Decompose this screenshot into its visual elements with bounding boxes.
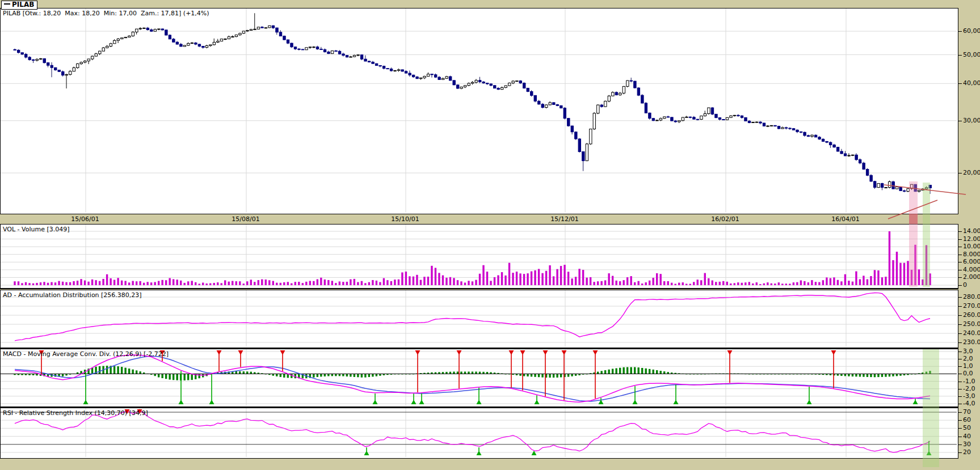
volume-bar: [99, 281, 100, 285]
histogram-bar: [346, 374, 348, 376]
candle: [531, 91, 533, 95]
y-axis-label: 12.000: [963, 235, 980, 243]
y-axis-tick: [958, 420, 962, 421]
volume-chart[interactable]: [1, 225, 957, 287]
volume-bar: [556, 269, 558, 285]
sell-arrow-icon: [457, 350, 462, 355]
candle: [357, 55, 359, 56]
date-label: 15/06/01: [71, 215, 99, 223]
histogram-bar: [173, 374, 174, 380]
volume-bar: [449, 277, 451, 285]
y-axis-tick: [958, 428, 962, 429]
candle: [36, 59, 38, 60]
candle: [796, 130, 798, 132]
candle: [671, 117, 673, 121]
volume-bar: [280, 283, 281, 285]
candle: [512, 81, 514, 83]
price-chart[interactable]: [1, 9, 957, 213]
candle: [209, 45, 212, 46]
candle: [549, 103, 551, 105]
rsi-line: [15, 410, 930, 452]
buy-arrow-icon: [532, 451, 537, 455]
histogram-bar: [364, 374, 366, 377]
volume-bar: [608, 273, 609, 285]
volume-bar: [593, 282, 595, 285]
candle: [708, 108, 710, 113]
candle: [792, 129, 794, 130]
volume-bar: [590, 277, 591, 285]
volume-bar: [246, 281, 248, 285]
buy-arrow-icon: [927, 451, 932, 455]
candle: [777, 126, 780, 128]
histogram-bar: [457, 371, 459, 374]
candle: [737, 115, 739, 116]
candle: [667, 117, 669, 117]
candle: [733, 115, 735, 116]
macd-panel[interactable]: MACD - Moving Average Conv. Div. (12,26,…: [0, 349, 958, 408]
candle: [416, 77, 418, 79]
histogram-bar: [276, 374, 277, 376]
candle: [298, 49, 300, 49]
volume-bar: [283, 282, 285, 285]
candle: [320, 49, 322, 50]
volume-bar: [87, 282, 89, 285]
volume-bar: [885, 277, 886, 285]
histogram-bar: [464, 371, 466, 374]
volume-bar: [150, 282, 152, 285]
candle: [873, 181, 876, 188]
volume-bar: [512, 273, 514, 285]
macd-chart[interactable]: [1, 349, 957, 406]
histogram-bar: [571, 374, 573, 376]
symbol-tab[interactable]: PILAB: [1, 1, 37, 10]
candle: [117, 39, 119, 41]
candle: [818, 137, 821, 139]
volume-bar: [497, 275, 499, 285]
volume-bar: [796, 282, 798, 285]
candle: [394, 70, 396, 71]
candle: [774, 125, 776, 126]
volume-bar: [597, 281, 599, 285]
candle: [851, 155, 853, 155]
candle: [198, 44, 200, 46]
volume-bar: [213, 283, 215, 285]
candle: [829, 142, 831, 145]
volume-bar: [494, 277, 495, 285]
y-axis-tick: [958, 404, 962, 404]
volume-bar: [183, 283, 185, 285]
macd-title: MACD - Moving Average Conv. Div. (12,26,…: [3, 350, 169, 358]
volume-bar: [113, 280, 115, 285]
candle: [250, 29, 252, 31]
histogram-bar: [637, 367, 639, 374]
volume-bar: [630, 276, 632, 285]
candle: [449, 77, 451, 81]
ad-panel[interactable]: AD - Accumulation Distribution [256.380,…: [0, 290, 958, 349]
candle: [534, 95, 536, 101]
y-axis-tick: [958, 315, 962, 316]
y-axis-tick: [958, 374, 962, 374]
candle: [220, 39, 222, 41]
histogram-bar: [335, 374, 337, 376]
rsi-panel[interactable]: RSI - Relative Strength Index (14,30,70)…: [0, 408, 958, 459]
candle: [32, 60, 35, 60]
candle: [43, 58, 45, 62]
volume-bar: [811, 280, 813, 285]
candle: [456, 85, 459, 88]
price-panel[interactable]: PILAB [Otw.: 18,20 Max: 18,20 Min: 17,00…: [0, 8, 958, 214]
candle: [630, 81, 632, 81]
volume-panel[interactable]: VOL - Volume [3.049]: [0, 224, 958, 289]
volume-bar: [582, 270, 584, 285]
ad-chart[interactable]: [1, 290, 957, 347]
histogram-bar: [560, 374, 562, 377]
histogram-bar: [567, 374, 569, 376]
candle: [335, 51, 337, 52]
volume-bar: [84, 281, 86, 285]
volume-bar: [265, 280, 267, 285]
volume-bar: [553, 276, 554, 285]
y-axis-tick: [958, 121, 962, 121]
candle: [165, 30, 167, 35]
histogram-bar: [859, 374, 861, 376]
volume-bar: [221, 283, 222, 285]
y-axis-tick: [958, 306, 962, 307]
volume-bar: [892, 260, 894, 285]
histogram-bar: [663, 371, 665, 374]
